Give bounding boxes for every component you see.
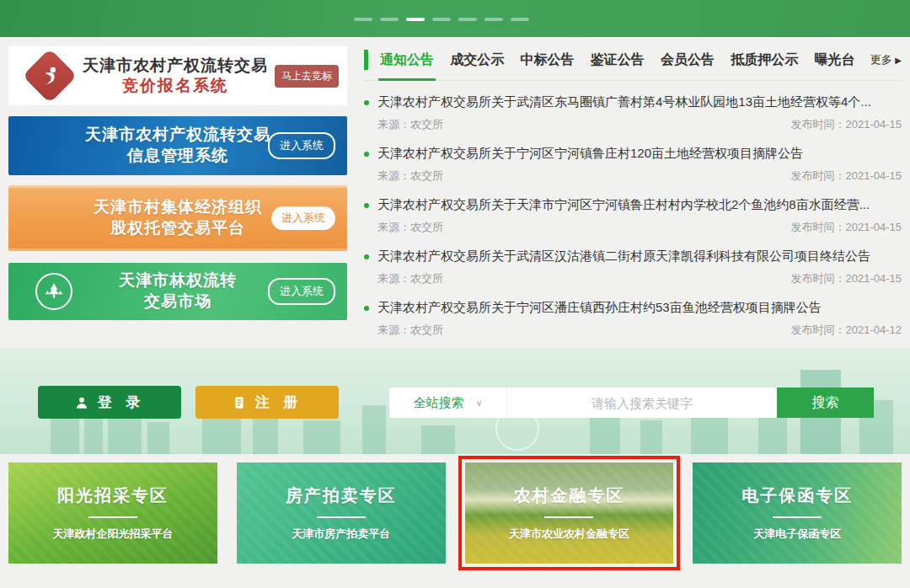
tab-6[interactable]: 抵质押公示 [731, 51, 798, 69]
login-button[interactable]: 登 录 [38, 386, 181, 419]
news-source: 来源：农交所 [377, 168, 443, 184]
tab-2[interactable]: 成交公示 [450, 51, 504, 69]
news-date: 发布时间：2021-04-15 [791, 117, 902, 132]
info-enter-system-button[interactable]: 进入系统 [268, 132, 335, 159]
news-source: 来源：农交所 [377, 271, 443, 286]
zone-title: 房产拍卖专区 [286, 484, 397, 507]
bidding-system-card[interactable]: 天津市农村产权流转交易 竞价报名系统 马上去竞标 [8, 46, 347, 105]
forest-market-banner[interactable]: 天津市林权流转 交易市场 进入系统 [8, 263, 347, 320]
carousel-dot[interactable] [406, 18, 425, 21]
bullet-icon [364, 254, 369, 259]
news-list: 天津农村产权交易所关于武清区东马圈镇广善村第4号林业队园地13亩土地经营权等4个… [364, 94, 902, 338]
news-item: 天津农村产权交易所关于天津市宁河区宁河镇鲁庄村村内学校北2个鱼池约8亩水面经营.… [364, 197, 902, 235]
zone-divider [544, 516, 593, 518]
tab-7[interactable]: 曝光台 [815, 51, 855, 69]
equity-enter-system-button[interactable]: 进入系统 [271, 206, 335, 230]
info-management-banner[interactable]: 天津市农村产权流转交易 信息管理系统 进入系统 [8, 116, 347, 175]
zone-divider [88, 516, 137, 518]
zone-divider [773, 516, 822, 518]
carousel-dot[interactable] [458, 18, 477, 21]
search-bar: 全站搜索 ∨ 搜索 [389, 388, 874, 418]
news-source: 来源：农交所 [377, 220, 443, 235]
zone-subtitle: 天津市农业农村金融专区 [509, 527, 629, 542]
zone-title: 农村金融专区 [513, 484, 624, 507]
news-title-link[interactable]: 天津农村产权交易所关于武清区东马圈镇广善村第4号林业队园地13亩土地经营权等4个… [377, 94, 871, 110]
tabs-accent-bar [364, 50, 368, 70]
chevron-down-icon: ∨ [475, 398, 482, 409]
zone-cards: 阳光招采专区 天津政村企阳光招采平台 房产拍卖专区 天津市房产拍卖平台 农村金融… [0, 462, 910, 564]
register-button[interactable]: 注 册 [195, 386, 339, 419]
search-input[interactable] [507, 388, 777, 418]
news-item: 天津农村产权交易所关于宁河区宁河镇鲁庄村120亩土地经营权项目摘牌公告 来源：农… [364, 146, 902, 184]
tab-5[interactable]: 会员公告 [661, 51, 715, 69]
zone-subtitle: 天津电子保函专区 [753, 527, 841, 542]
equity-platform-banner[interactable]: 天津市村集体经济组织 股权托管交易平台 进入系统 [8, 185, 347, 251]
bullet-icon [364, 100, 369, 105]
more-arrow-icon: ▶ [895, 56, 902, 65]
more-label: 更多 [870, 53, 892, 66]
tab-3[interactable]: 中标公告 [521, 51, 575, 69]
carousel-dot[interactable] [511, 18, 529, 21]
news-title-link[interactable]: 天津农村产权交易所关于武清区汉沽港镇二街村原天津凯得利科技有限公司项目终结公告 [377, 249, 870, 265]
news-item: 天津农村产权交易所关于武清区东马圈镇广善村第4号林业队园地13亩土地经营权等4个… [364, 94, 902, 132]
tab-4[interactable]: 鉴证公告 [591, 51, 645, 69]
bullet-icon [364, 203, 369, 208]
bidding-card-subtitle: 竞价报名系统 [76, 76, 275, 96]
bullet-icon [364, 306, 369, 311]
zone-card[interactable]: 房产拍卖专区 天津市房产拍卖平台 [237, 462, 446, 564]
zone-title: 电子保函专区 [741, 484, 853, 507]
zone-title: 阳光招采专区 [57, 484, 169, 507]
news-title-link[interactable]: 天津农村产权交易所关于宁河区潘庄镇西孙庄村约53亩鱼池经营权项目摘牌公告 [377, 300, 822, 316]
carousel-dot[interactable] [484, 18, 503, 21]
bidding-card-titles: 天津市农村产权流转交易 竞价报名系统 [76, 56, 275, 96]
zone-card[interactable]: 电子保函专区 天津电子保函专区 [693, 462, 902, 564]
search-scope-select[interactable]: 全站搜索 ∨ [389, 388, 507, 418]
news-item: 天津农村产权交易所关于武清区汉沽港镇二街村原天津凯得利科技有限公司项目终结公告 … [364, 249, 902, 286]
news-date: 发布时间：2021-04-15 [791, 220, 902, 235]
news-date: 发布时间：2021-04-12 [791, 323, 902, 338]
top-carousel-bar [0, 0, 910, 37]
news-item: 天津农村产权交易所关于宁河区潘庄镇西孙庄村约53亩鱼池经营权项目摘牌公告 来源：… [364, 300, 902, 338]
news-date: 发布时间：2021-04-15 [791, 271, 902, 286]
zone-card[interactable]: 农村金融专区 天津市农业农村金融专区 [465, 462, 674, 564]
notice-tabs-row: 通知公告成交公示中标公告鉴证公告会员公告抵质押公示曝光台 更多 ▶ [364, 50, 902, 81]
carousel-dots [354, 18, 529, 21]
news-source: 来源：农交所 [377, 117, 443, 132]
go-bid-button[interactable]: 马上去竞标 [275, 65, 339, 88]
zone-subtitle: 天津政村企阳光招采平台 [52, 527, 173, 542]
forest-enter-system-button[interactable]: 进入系统 [268, 278, 335, 305]
carousel-dot[interactable] [354, 18, 372, 21]
more-link[interactable]: 更多 ▶ [870, 52, 902, 67]
search-button[interactable]: 搜索 [777, 388, 874, 418]
bidding-logo-icon [22, 48, 77, 103]
notice-tabs: 通知公告成交公示中标公告鉴证公告会员公告抵质押公示曝光台 [380, 51, 855, 69]
zone-subtitle: 天津市房产拍卖平台 [292, 527, 390, 542]
news-source: 来源：农交所 [377, 323, 443, 338]
news-title-link[interactable]: 天津农村产权交易所关于天津市宁河区宁河镇鲁庄村村内学校北2个鱼池约8亩水面经营.… [377, 197, 870, 213]
left-banner-column: 天津市农村产权流转交易 竞价报名系统 马上去竞标 天津市农村产权流转交易 信息管… [8, 46, 347, 338]
register-label: 注 册 [255, 393, 303, 412]
login-label: 登 录 [98, 393, 146, 412]
carousel-dot[interactable] [380, 18, 399, 21]
hero-search-band: 登 录 注 册 全站搜索 ∨ 搜索 [0, 348, 910, 454]
tab-1[interactable]: 通知公告 [380, 51, 434, 69]
user-icon [74, 395, 89, 410]
notice-board: 通知公告成交公示中标公告鉴证公告会员公告抵质押公示曝光台 更多 ▶ 天津农村产权… [364, 46, 902, 338]
search-scope-label: 全站搜索 [413, 395, 463, 411]
bullet-icon [364, 152, 369, 157]
id-card-icon [232, 395, 247, 410]
carousel-dot[interactable] [432, 18, 451, 21]
news-date: 发布时间：2021-04-15 [791, 168, 902, 184]
zone-divider [317, 516, 366, 518]
tree-icon [35, 273, 72, 310]
bidding-card-title: 天津市农村产权流转交易 [76, 56, 275, 76]
zone-card[interactable]: 阳光招采专区 天津政村企阳光招采平台 [8, 462, 217, 564]
news-title-link[interactable]: 天津农村产权交易所关于宁河区宁河镇鲁庄村120亩土地经营权项目摘牌公告 [377, 146, 803, 162]
